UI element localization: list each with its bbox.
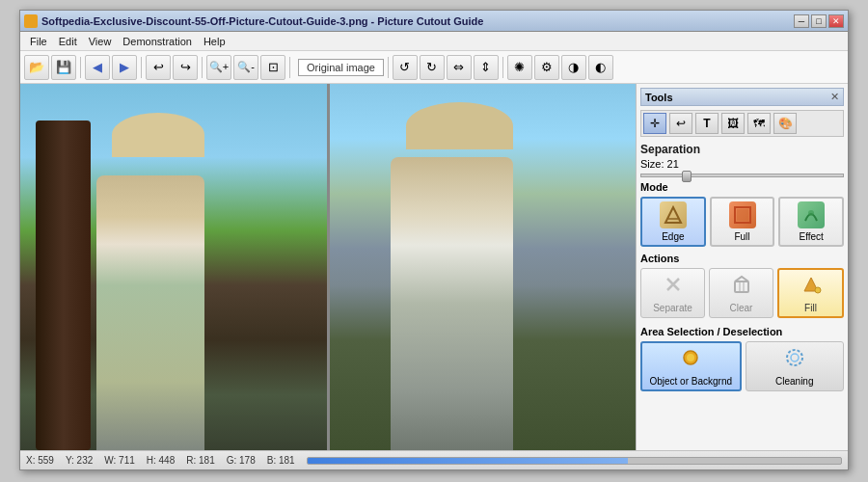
size-slider-row <box>640 174 844 177</box>
progress-bar <box>307 457 842 465</box>
status-x: X: 559 <box>26 455 54 466</box>
edge-icon <box>660 201 687 228</box>
toolbar-separator-2 <box>141 57 142 78</box>
svg-point-11 <box>791 354 799 362</box>
fill-icon <box>800 274 822 300</box>
settings2-button[interactable]: ⚙ <box>534 55 559 80</box>
redo-button[interactable]: ↪ <box>173 55 198 80</box>
person-right-element <box>391 157 513 450</box>
separation-title: Separation <box>640 143 844 156</box>
maximize-button[interactable]: □ <box>811 14 827 28</box>
area-object-bg-button[interactable]: Object or Backgrnd <box>640 341 742 391</box>
actions-section: Actions Separate <box>640 253 844 318</box>
separate-label: Separate <box>653 303 692 313</box>
svg-point-3 <box>808 210 814 216</box>
clear-label: Clear <box>730 303 753 313</box>
settings1-button[interactable]: ✺ <box>507 55 532 80</box>
title-bar: Softpedia-Exclusive-Discount-55-Off-Pict… <box>20 11 848 32</box>
tools-panel: Tools ✕ ✛ ↩ T 🖼 🗺 🎨 Separation Size: 21 <box>636 84 848 450</box>
image-panels <box>20 84 636 450</box>
effect-label: Effect <box>799 231 823 242</box>
tools-panel-header: Tools ✕ <box>640 88 844 106</box>
menu-edit[interactable]: Edit <box>53 34 83 49</box>
tool-map[interactable]: 🗺 <box>747 113 771 134</box>
separate-icon <box>663 274 684 300</box>
mode-effect-button[interactable]: Effect <box>778 197 844 247</box>
menu-view[interactable]: View <box>83 34 118 49</box>
mode-label: Mode <box>640 181 844 193</box>
menu-help[interactable]: Help <box>198 34 231 49</box>
zoom-in-button[interactable]: 🔍+ <box>206 55 231 80</box>
edge-label: Edge <box>662 231 684 242</box>
image-area <box>20 84 636 450</box>
tool-paint[interactable]: 🎨 <box>773 113 797 134</box>
tools-inner-toolbar: ✛ ↩ T 🖼 🗺 🎨 <box>640 110 844 137</box>
tool-select[interactable]: ✛ <box>643 113 666 134</box>
tools-close-button[interactable]: ✕ <box>830 91 839 103</box>
action-clear-button[interactable]: Clear <box>709 268 773 318</box>
application-window: Softpedia-Exclusive-Discount-55-Off-Pict… <box>19 10 849 470</box>
toolbar-separator-1 <box>80 57 81 78</box>
clear-icon <box>731 274 752 300</box>
cleaning-label: Cleaning <box>775 376 813 387</box>
tool-text[interactable]: T <box>695 113 719 134</box>
status-y: Y: 232 <box>66 455 93 466</box>
mode-edge-button[interactable]: Edge <box>640 197 706 247</box>
mode-buttons: Edge Full <box>640 197 844 247</box>
tree-element <box>36 120 91 450</box>
undo-button[interactable]: ↩ <box>146 55 171 80</box>
toolbar-separator-5 <box>388 57 389 78</box>
status-r: R: 181 <box>186 455 214 466</box>
action-fill-button[interactable]: Fill <box>777 268 844 318</box>
left-image-background <box>20 84 327 450</box>
left-image-panel <box>20 84 327 450</box>
open-button[interactable]: 📂 <box>24 55 49 80</box>
flip-v-button[interactable]: ⇕ <box>474 55 499 80</box>
actions-label: Actions <box>640 253 844 264</box>
zoom-out-button[interactable]: 🔍- <box>233 55 258 80</box>
effect-icon <box>798 201 825 228</box>
rotate-cw-button[interactable]: ↻ <box>420 55 445 80</box>
size-slider-thumb[interactable] <box>682 171 692 182</box>
svg-rect-4 <box>735 281 748 292</box>
area-selection-section: Area Selection / Deselection Object or B… <box>640 326 844 391</box>
rotate-ccw-button[interactable]: ↺ <box>393 55 418 80</box>
svg-point-7 <box>815 287 821 293</box>
area-buttons: Object or Backgrnd Cleaning <box>640 341 844 391</box>
area-selection-label: Area Selection / Deselection <box>640 326 844 337</box>
forward-button[interactable]: ▶ <box>112 55 137 80</box>
menu-file[interactable]: File <box>24 34 53 49</box>
object-bg-label: Object or Backgrnd <box>649 376 732 387</box>
hat-right-element <box>406 102 513 149</box>
progress-fill <box>308 458 628 464</box>
toolbar: 📂 💾 ◀ ▶ ↩ ↪ 🔍+ 🔍- ⊡ Original image ↺ ↻ ⇔… <box>20 51 848 84</box>
save-button[interactable]: 💾 <box>51 55 76 80</box>
mode-full-button[interactable]: Full <box>710 197 775 247</box>
size-slider[interactable] <box>640 174 844 177</box>
brightness-button[interactable]: ◐ <box>588 55 613 80</box>
menu-bar: File Edit View Demonstration Help <box>20 32 848 51</box>
size-label: Size: 21 <box>640 158 679 170</box>
tools-panel-title: Tools <box>645 92 673 103</box>
select-button[interactable]: ⊡ <box>260 55 285 80</box>
back-button[interactable]: ◀ <box>85 55 110 80</box>
close-button[interactable]: ✕ <box>828 14 844 28</box>
contrast-button[interactable]: ◑ <box>561 55 586 80</box>
action-separate-button[interactable]: Separate <box>640 268 705 318</box>
status-h: H: 448 <box>147 455 175 466</box>
status-b: B: 181 <box>267 455 295 466</box>
area-cleaning-button[interactable]: Cleaning <box>746 341 845 391</box>
status-w: W: 711 <box>104 455 135 466</box>
toolbar-separator-3 <box>202 57 203 78</box>
toolbar-separator-4 <box>289 57 290 78</box>
fill-label: Fill <box>804 303 817 313</box>
tool-undo[interactable]: ↩ <box>669 113 692 134</box>
menu-demonstration[interactable]: Demonstration <box>117 34 198 49</box>
full-icon <box>729 201 756 228</box>
cleaning-icon <box>782 347 807 373</box>
minimize-button[interactable]: ─ <box>794 14 809 28</box>
tool-image[interactable]: 🖼 <box>721 113 745 134</box>
toolbar-separator-6 <box>502 57 503 78</box>
flip-h-button[interactable]: ⇔ <box>447 55 472 80</box>
separation-section: Separation Size: 21 <box>640 143 844 177</box>
